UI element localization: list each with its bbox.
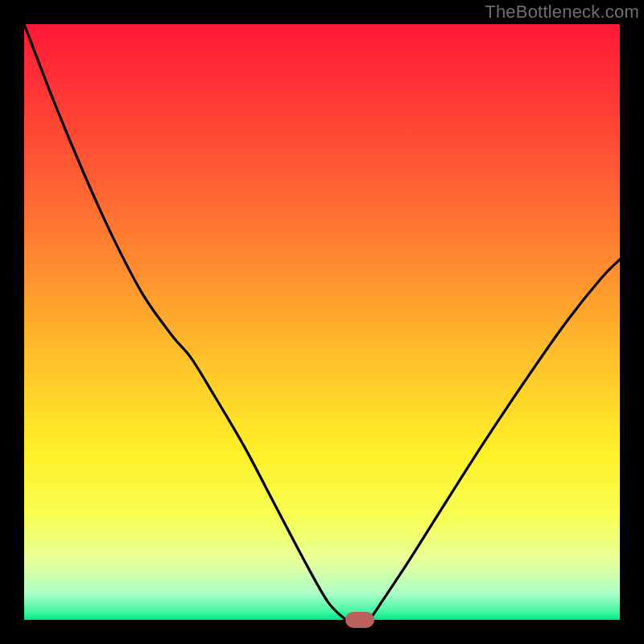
bottleneck-marker [345,612,374,628]
chart-container: TheBottleneck.com [0,0,644,644]
bottleneck-chart [0,0,644,644]
plot-background [24,24,620,620]
attribution-label: TheBottleneck.com [485,2,639,23]
